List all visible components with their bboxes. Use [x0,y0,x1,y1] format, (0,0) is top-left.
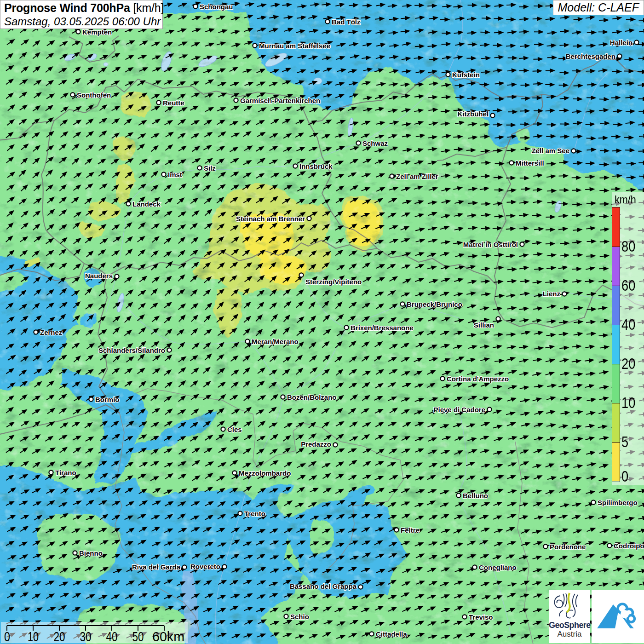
city-label: Landeck [132,200,161,208]
city-dot [390,174,394,178]
city-label: Codroipo [614,542,644,550]
city-label: Brixen/Bressanone [351,324,414,332]
scale-label: 40 [106,629,118,643]
legend-tick-label: 60 [621,277,635,293]
city-dot [281,395,285,399]
city-dot [293,164,297,168]
city-dot [369,632,374,636]
legend-segment [612,364,620,403]
city-dot [253,43,257,47]
city-label: Zell am Ziller [396,172,438,180]
city-dot [126,201,130,206]
city-marker: Conegliano [472,564,516,571]
city-marker: Pordenone [543,543,586,551]
scale-label: 10 [28,629,39,643]
scale-label: 60km [152,629,184,643]
city-label: Murnau am Staffelsee [259,42,330,50]
legend-segment [612,247,620,286]
city-dot [358,585,362,589]
city-label: Bruneck/Brunico [407,300,462,308]
city-label: Pordenone [550,543,586,551]
city-marker: Bozen/Bolzano [281,393,336,401]
city-marker: Steinach am Brenner [236,215,311,223]
city-dot [238,511,242,515]
city-label: Steinach am Brenner [236,215,305,223]
city-label: Predazzo [301,440,331,448]
city-label: Mezzolombardo [239,469,291,477]
wind-forecast-map-page: SchongauBad TölzKemptenMurnau am Staffel… [0,0,644,644]
city-dot [446,72,450,76]
city-label: Spilimbergo [598,499,638,506]
map-title-text: Prognose Wind 700hPa [4,1,130,14]
map: SchongauBad TölzKemptenMurnau am Staffel… [0,0,644,644]
city-label: Schwaz [362,139,388,147]
city-label: Zernez [40,328,62,336]
city-dot [440,376,444,380]
legend-tick-label: 10 [621,395,635,410]
city-label: Garmisch-Partenkirchen [240,97,320,104]
scale-label: 30 [80,629,92,643]
city-label: Feltre [401,526,420,534]
city-label: Kufstein [452,71,480,79]
city-label: Rovereto [190,563,220,570]
city-marker: Bruneck/Brunico [400,300,462,308]
city-dot [607,543,611,547]
city-label: Schio [290,613,309,621]
city-dot [562,292,566,296]
city-label: Cittadella [376,630,407,638]
mountain-cloud-icon [592,590,644,643]
city-dot [394,528,398,532]
legend: km/h 806040201050 [612,192,644,485]
city-label: Riva del Garda [132,563,181,571]
city-dot [462,615,466,619]
city-label: Berchtesgaden [566,52,615,60]
legend-tick-label: 5 [621,434,628,449]
city-dot [76,29,80,34]
city-label: Reutte [163,99,184,107]
geosphere-logo-icon [549,590,590,621]
map-title: Prognose Wind 700hPa [km/h] [4,1,159,15]
scale-label: 50 [132,629,144,643]
city-dot [509,161,513,165]
city-dot [496,316,500,321]
city-dot [543,544,547,548]
city-dot [356,141,360,145]
city-label: Matrei in Osttirol [463,241,518,248]
city-dot [49,470,53,474]
map-datetime: Samstag, 03.05.2025 06:00 Uhr [4,15,159,28]
legend-segment [612,207,620,247]
city-dot [234,98,238,102]
legend-tick-label: 40 [621,316,635,332]
city-dot [634,40,638,44]
legend-segment [612,403,620,442]
city-dot [221,427,225,431]
geosphere-logo-text: GeoSphere [549,621,590,630]
city-label: Sillian [474,321,494,329]
city-label: Meran/Merano [252,338,299,345]
city-label: Lienz [543,290,560,298]
city-dot [344,325,348,329]
city-dot [156,100,161,104]
city-marker: Pieve di Cadore [433,406,491,414]
legend-tick-label: 20 [621,356,635,371]
city-marker: Schlanders/Silandro [98,346,172,354]
city-dot [307,216,311,220]
city-label: Innsbruck [299,162,333,170]
city-dot [487,407,491,411]
map-title-unit: [km/h] [133,1,164,14]
city-marker: Spilimbergo [591,499,637,506]
scale-label: 0 [4,629,10,643]
city-dot [299,273,303,277]
city-dot [115,274,119,278]
scale-bar: 0102030405060km [1,622,188,643]
city-dot [456,493,460,497]
city-dot [245,339,249,343]
legend-segment [612,325,620,364]
city-label: Tirano [55,469,76,477]
city-label: Hallein [610,39,632,46]
legend-segment [612,442,620,481]
scale-label: 20 [54,629,65,643]
city-marker: Bassano del Grappa [290,582,363,590]
city-marker: Zell am See [531,147,575,155]
city-label: Cles [227,426,242,433]
